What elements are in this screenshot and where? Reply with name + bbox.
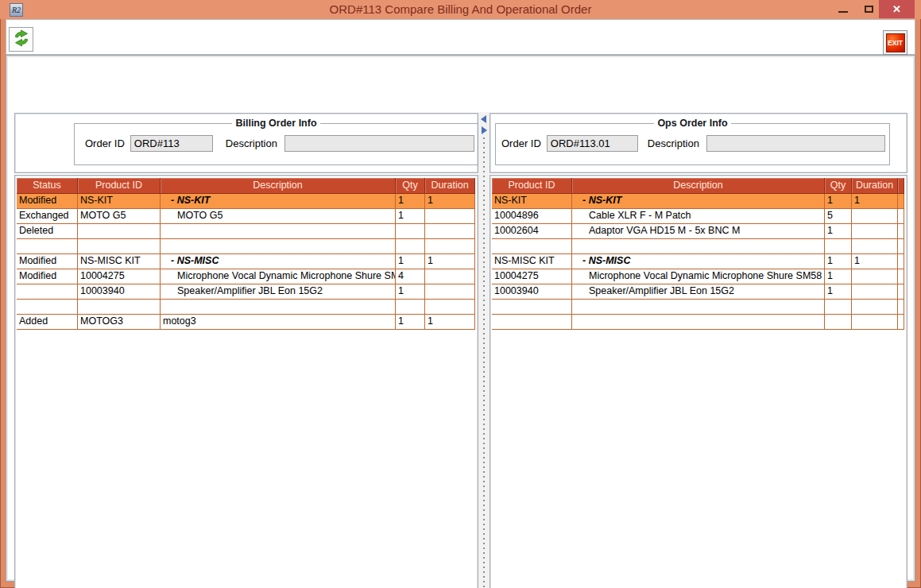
cell-product_id: 10002604: [492, 224, 572, 239]
collapse-left-icon[interactable]: [481, 115, 486, 123]
cell-description: Microphone Vocal Dynamic Microphone Shur…: [161, 269, 396, 284]
cell-product_id: [492, 315, 572, 330]
column-header-qty[interactable]: Qty: [396, 178, 425, 194]
column-header-description[interactable]: Description: [572, 178, 825, 194]
main-content: Billing Order Info Order ID ORD#113 Desc…: [6, 55, 915, 582]
cell-product_id: NS-KIT: [492, 194, 572, 209]
collapse-right-icon[interactable]: [482, 126, 487, 134]
cell-duration: [852, 300, 898, 315]
split-divider[interactable]: [478, 112, 490, 588]
table-row[interactable]: Modified10004275Microphone Vocal Dynamic…: [17, 269, 475, 284]
table-row[interactable]: [17, 300, 475, 315]
cell-qty: 1: [825, 269, 852, 284]
cell-qty: [825, 300, 852, 315]
cell-product_id: 10004275: [78, 269, 161, 284]
cell-product_id: 10004275: [492, 269, 572, 284]
cell-duration: [852, 269, 898, 284]
cell-filler: [898, 254, 904, 269]
column-header-qty[interactable]: Qty: [825, 178, 852, 194]
cell-duration: 1: [425, 254, 475, 269]
cell-filler: [898, 300, 904, 315]
cell-status: Added: [17, 315, 78, 330]
cell-description: [572, 300, 825, 315]
cell-duration: [425, 284, 475, 300]
minimize-button[interactable]: [831, 0, 855, 18]
column-header-duration[interactable]: Duration: [425, 178, 475, 194]
cell-duration: [852, 315, 898, 330]
billing-group-title: Billing Order Info: [232, 118, 319, 129]
cell-duration: [425, 300, 475, 315]
cell-product_id: NS-MISC KIT: [492, 254, 572, 269]
cell-description: Microphone Vocal Dynamic Microphone Shur…: [572, 269, 825, 284]
cell-status: [17, 239, 78, 254]
table-row[interactable]: 10004275Microphone Vocal Dynamic Microph…: [492, 269, 904, 284]
cell-description: Adaptor VGA HD15 M - 5x BNC M: [572, 224, 825, 239]
maximize-icon: [865, 6, 873, 13]
cell-duration: [425, 224, 475, 239]
cell-description: - NS-KIT: [161, 194, 396, 209]
table-row[interactable]: NS-MISC KIT- NS-MISC11: [492, 254, 904, 269]
table-row[interactable]: 10004896Cable XLR F - M Patch5: [492, 209, 904, 224]
ops-table-panel: Product IDDescriptionQtyDurationNS-KIT- …: [490, 175, 907, 588]
table-header-row: Product IDDescriptionQtyDuration: [492, 178, 904, 194]
cell-product_id: 10003940: [78, 284, 161, 300]
table-row[interactable]: [17, 239, 475, 254]
table-row[interactable]: Deleted: [17, 224, 475, 239]
ops-table: Product IDDescriptionQtyDurationNS-KIT- …: [492, 178, 904, 330]
app-window: R2 ORD#113 Compare Billing And Operation…: [0, 0, 921, 588]
table-row[interactable]: ModifiedNS-MISC KIT- NS-MISC11: [17, 254, 475, 269]
cell-product_id: 10003940: [492, 284, 572, 300]
maximize-button[interactable]: [857, 0, 880, 18]
cell-qty: 1: [396, 315, 425, 330]
table-row[interactable]: [492, 239, 904, 254]
cell-duration: 1: [425, 315, 475, 330]
close-icon: ✕: [892, 0, 901, 18]
table-row[interactable]: AddedMOTOG3motog311: [17, 315, 475, 330]
ops-description-field[interactable]: [706, 135, 885, 152]
column-header-duration[interactable]: Duration: [852, 178, 898, 194]
cell-qty: [825, 239, 852, 254]
column-header-status[interactable]: Status: [17, 178, 78, 194]
table-row[interactable]: [492, 300, 904, 315]
cell-product_id: [78, 224, 161, 239]
cell-product_id: MOTO G5: [78, 209, 161, 224]
column-header-filler: [898, 178, 904, 194]
column-header-description[interactable]: Description: [161, 178, 396, 194]
table-row[interactable]: 10002604Adaptor VGA HD15 M - 5x BNC M1: [492, 224, 904, 239]
cell-duration: [425, 209, 475, 224]
table-row[interactable]: 10003940Speaker/Amplifier JBL Eon 15G21: [17, 284, 475, 300]
exit-button[interactable]: EXIT: [883, 30, 907, 55]
billing-description-label: Description: [226, 137, 277, 149]
divider-grip: [483, 137, 485, 588]
ops-order-id-field[interactable]: ORD#113.01: [547, 135, 638, 152]
cell-qty: 4: [396, 269, 425, 284]
cell-filler: [898, 209, 904, 224]
table-row[interactable]: [492, 315, 904, 330]
table-row[interactable]: 10003940Speaker/Amplifier JBL Eon 15G21: [492, 284, 904, 300]
cell-description: - NS-KIT: [572, 194, 825, 209]
cell-duration: 1: [852, 194, 898, 209]
cell-status: Exchanged: [17, 209, 78, 224]
table-row[interactable]: ExchangedMOTO G5MOTO G51: [17, 209, 475, 224]
table-row[interactable]: NS-KIT- NS-KIT11: [492, 194, 904, 209]
refresh-button[interactable]: [9, 27, 33, 52]
cell-description: Speaker/Amplifier JBL Eon 15G2: [161, 284, 396, 300]
cell-duration: 1: [425, 194, 475, 209]
cell-product_id: 10004896: [492, 209, 572, 224]
window-title: ORD#113 Compare Billing And Operational …: [0, 0, 921, 19]
billing-description-field[interactable]: [284, 135, 474, 152]
cell-qty: [396, 300, 425, 315]
cell-product_id: [78, 239, 161, 254]
billing-order-id-field[interactable]: ORD#113: [130, 135, 213, 152]
column-header-product-id[interactable]: Product ID: [492, 178, 572, 194]
billing-order-info-group: Billing Order Info Order ID ORD#113 Desc…: [74, 118, 478, 165]
ops-order-info-group: Ops Order Info Order ID ORD#113.01 Descr…: [495, 118, 890, 165]
refresh-icon: [12, 29, 31, 51]
table-row[interactable]: ModifiedNS-KIT- NS-KIT11: [17, 194, 475, 209]
cell-description: Speaker/Amplifier JBL Eon 15G2: [572, 284, 825, 300]
cell-qty: 1: [396, 284, 425, 300]
close-button[interactable]: ✕: [879, 0, 915, 18]
column-header-product-id[interactable]: Product ID: [78, 178, 161, 194]
ops-description-label: Description: [648, 137, 699, 149]
cell-status: [17, 284, 78, 300]
